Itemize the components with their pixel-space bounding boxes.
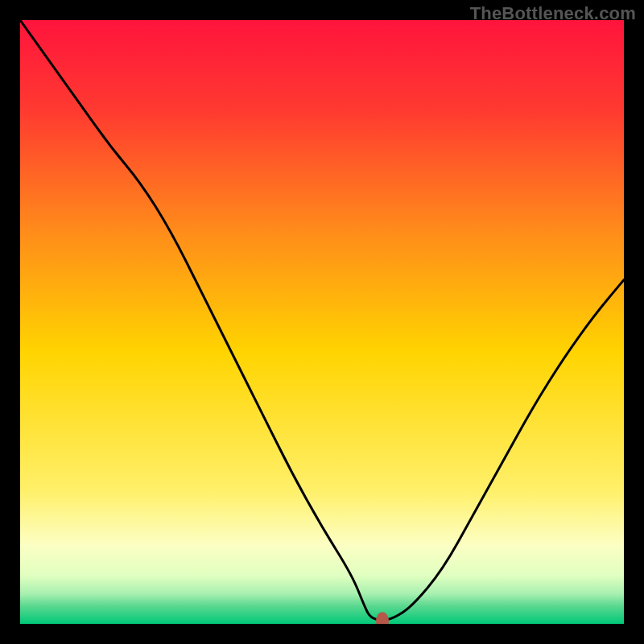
plot-area	[20, 20, 624, 624]
gradient-background	[20, 20, 624, 624]
svg-rect-0	[20, 20, 624, 624]
watermark-text: TheBottleneck.com	[470, 3, 636, 24]
chart-frame: TheBottleneck.com	[0, 0, 644, 644]
